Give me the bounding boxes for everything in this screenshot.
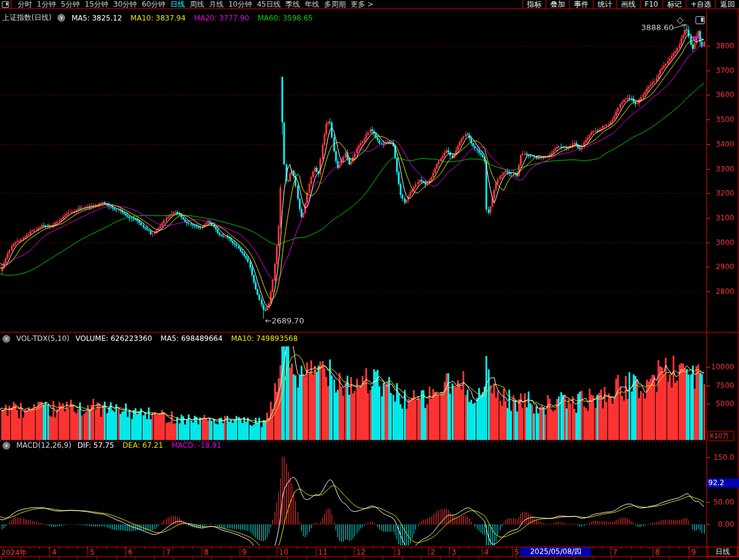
macd-panel-header: ∨ MACD(12,26,9) DIF: 57.75DEA: 67.21MACD… (2, 441, 222, 450)
menu-item-分时[interactable]: 分时 (18, 1, 32, 8)
menu-item-1分钟[interactable]: 1分钟 (37, 1, 56, 8)
month-axis-label: 11 (318, 548, 327, 556)
month-axis-label: 5 (514, 548, 519, 556)
toolbar-button-指标[interactable]: 指标 (522, 0, 546, 8)
price-axis-tick: 3500 (706, 115, 734, 124)
ma-value-label: MA20: 3777.90 (194, 14, 249, 22)
layout-panel-icon[interactable] (2, 1, 9, 8)
ma-value-label: MA5: 3825.12 (71, 14, 122, 22)
month-axis-label: 9 (242, 548, 247, 556)
volume-axis-tick: 7500 (706, 381, 734, 390)
selected-date-badge: 2025/05/08/四 (520, 547, 591, 556)
menu-item-15分钟[interactable]: 15分钟 (85, 1, 108, 8)
volume-panel-header: ∨ VOL-TDX(5,10) VOLUME: 626223360MA5: 69… (2, 334, 298, 343)
macd-axis-highlight: 92.2 (707, 479, 739, 488)
symbol-title: 上证指数(日线) (2, 13, 51, 23)
month-axis-label: 3 (452, 548, 456, 556)
month-axis-label: 7 (166, 548, 171, 556)
toolbar-button-返回[interactable]: 返回 (715, 0, 739, 8)
menu-item-季线[interactable]: 季线 (286, 1, 300, 8)
macd-indicator-name: MACD(12,26,9) (16, 441, 71, 450)
volume-value-label: MA5: 698489664 (161, 334, 223, 343)
macd-value-label: DEA: 67.21 (123, 441, 163, 450)
toolbar-button-事件[interactable]: 事件 (569, 0, 593, 8)
price-axis-tick: 3200 (706, 189, 734, 197)
collapse-chevron-icon[interactable]: ∨ (57, 14, 65, 22)
price-axis-tick: 2900 (706, 262, 734, 271)
menu-item-周线[interactable]: 周线 (190, 1, 204, 8)
macd-value-label: MACD: -18.91 (171, 441, 222, 450)
volume-axis-tick: 5000 (706, 399, 734, 408)
month-axis-label: 2 (430, 548, 435, 556)
month-axis-label: 8 (204, 548, 209, 556)
price-axis-tick: 3300 (706, 165, 734, 173)
diamond-marker-icon[interactable]: ◇ (677, 15, 683, 25)
tdx-app-window: 分时1分钟5分钟15分钟30分钟60分钟日线周线月线10分钟45日线季线年线多周… (0, 0, 739, 560)
toolbar-button-叠加[interactable]: 叠加 (546, 0, 569, 8)
month-axis-label: 4 (52, 548, 57, 556)
macd-value-labels: DIF: 57.75DEA: 67.21MACD: -18.91 (77, 441, 222, 450)
price-axis-tick: 3000 (706, 238, 734, 247)
volume-unit-label: X10万 (708, 431, 734, 441)
menu-divider (11, 0, 11, 8)
month-axis-label: 6 (128, 548, 133, 556)
price-axis-tick: 3600 (706, 91, 734, 99)
menu-item-10分钟[interactable]: 10分钟 (228, 1, 252, 8)
menu-item-月线[interactable]: 月线 (209, 1, 223, 8)
toolbar-button-F10[interactable]: F10 (640, 0, 662, 8)
month-axis-label: 5 (90, 548, 95, 556)
menu-item-5分钟[interactable]: 5分钟 (61, 1, 80, 8)
menu-item-45日线[interactable]: 45日线 (257, 1, 280, 8)
toolbar-button-画线[interactable]: 画线 (616, 0, 640, 8)
ma20-end-marker (693, 36, 700, 39)
current-period-label[interactable]: 日线 (708, 547, 738, 556)
macd-axis-tick: 150.0 (706, 453, 734, 462)
chart-canvas[interactable] (0, 0, 739, 560)
volume-value-label: MA10: 749893568 (231, 334, 298, 343)
toolbar-button-+自选[interactable]: +自选 (686, 0, 715, 8)
month-axis-label: 8 (655, 548, 660, 556)
period-menu-items: 分时1分钟5分钟15分钟30分钟60分钟日线周线月线10分钟45日线季线年线多周… (15, 1, 376, 8)
toolbar-button-标记[interactable]: 标记 (662, 0, 686, 8)
price-panel-header: 上证指数(日线) ∨ MA5: 3825.12MA10: 3837.94MA20… (2, 13, 313, 23)
high-price-annotation: 3888.60 (641, 23, 674, 32)
volume-value-label: VOLUME: 626223360 (75, 334, 152, 343)
menu-item-多周期[interactable]: 多周期 (324, 1, 346, 8)
month-axis-label: 7 (613, 548, 618, 556)
macd-axis-tick: 0.00 (706, 520, 734, 529)
month-axis-label: 9 (691, 548, 696, 556)
low-price-annotation: ←2689.70 (265, 316, 304, 325)
mini-panel-icon[interactable] (696, 16, 705, 24)
price-axis-tick: 3800 (706, 42, 734, 50)
price-ma-labels: MA5: 3825.12MA10: 3837.94MA20: 3777.90MA… (71, 14, 313, 22)
price-axis-tick: 2800 (706, 287, 734, 296)
macd-value-label: DIF: 57.75 (77, 441, 114, 450)
macd-axis-tick: 50.00 (706, 498, 734, 506)
volume-value-labels: VOLUME: 626223360MA5: 698489664MA10: 749… (75, 334, 298, 343)
collapse-chevron-icon[interactable]: ∨ (2, 442, 10, 450)
price-axis-tick: 3700 (706, 66, 734, 75)
month-axis-label: 10 (279, 548, 288, 556)
month-axis-label: 2024年 (1, 548, 27, 558)
month-axis-label: 1 (397, 548, 401, 556)
menu-item-30分钟[interactable]: 30分钟 (114, 1, 137, 8)
price-axis-tick: 3400 (706, 140, 734, 148)
volume-indicator-name: VOL-TDX(5,10) (16, 334, 69, 343)
toolbar-buttons: 指标叠加事件统计画线F10标记+自选返回 (522, 0, 739, 8)
toolbar-button-统计[interactable]: 统计 (593, 0, 616, 8)
price-axis-tick: 3100 (706, 214, 734, 222)
volume-axis-tick: 10000 (706, 363, 734, 371)
month-axis-label: 4 (484, 548, 489, 556)
menu-item-年线[interactable]: 年线 (305, 1, 319, 8)
ma-value-label: MA10: 3837.94 (130, 14, 185, 22)
period-menubar: 分时1分钟5分钟15分钟30分钟60分钟日线周线月线10分钟45日线季线年线多周… (0, 0, 739, 9)
menu-item-更多 >[interactable]: 更多 > (351, 1, 374, 8)
menu-item-60分钟[interactable]: 60分钟 (142, 1, 165, 8)
collapse-chevron-icon[interactable]: ∨ (2, 335, 10, 343)
menu-item-日线[interactable]: 日线 (170, 1, 185, 8)
ma-value-label: MA60: 3598.65 (258, 14, 313, 22)
month-axis-label: 12 (356, 548, 365, 556)
